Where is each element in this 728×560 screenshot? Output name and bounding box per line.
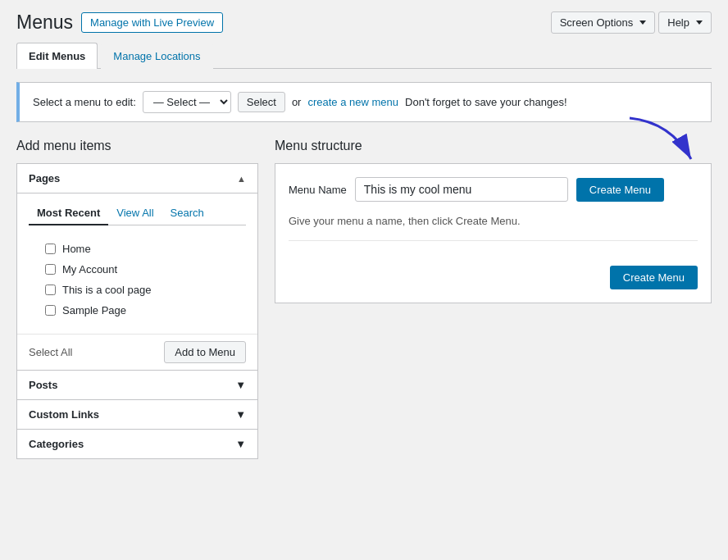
pages-accordion-footer: Select All Add to Menu xyxy=(17,334,257,370)
pages-accordion-label: Pages xyxy=(29,172,60,184)
menu-footer: Create Menu xyxy=(289,257,698,289)
pages-collapse-icon: ▲ xyxy=(237,174,246,184)
create-menu-bottom-button[interactable]: Create Menu xyxy=(610,266,698,289)
page-cool-label: This is a cool page xyxy=(62,284,151,296)
reminder-text: Don't forget to save your changes! xyxy=(405,96,567,108)
menu-select-dropdown[interactable]: — Select — xyxy=(143,91,231,113)
list-item: Home xyxy=(29,239,246,259)
arrow-annotation xyxy=(621,114,703,171)
menu-structure-box: Menu Name Create Menu Give your menu a n… xyxy=(275,163,712,303)
page-account-checkbox[interactable] xyxy=(45,264,56,275)
menu-name-label: Menu Name xyxy=(289,184,347,196)
pages-accordion-body: Most Recent View All Search Home My Acco… xyxy=(17,193,257,334)
or-text: or xyxy=(292,96,302,108)
page-account-label: My Account xyxy=(62,263,117,275)
posts-expand-icon: ▼ xyxy=(235,379,246,391)
live-preview-button[interactable]: Manage with Live Preview xyxy=(81,12,223,33)
page-cool-checkbox[interactable] xyxy=(45,285,56,295)
tab-edit-menus[interactable]: Edit Menus xyxy=(16,43,98,69)
pages-accordion: Pages ▲ Most Recent View All Search Home xyxy=(16,163,258,371)
nav-tabs: Edit Menus Manage Locations xyxy=(16,42,712,69)
select-menu-button[interactable]: Select xyxy=(238,92,285,112)
page-home-label: Home xyxy=(62,243,91,255)
pages-accordion-header[interactable]: Pages ▲ xyxy=(17,164,257,193)
custom-links-expand-icon: ▼ xyxy=(235,408,246,421)
pages-most-recent-tab[interactable]: Most Recent xyxy=(29,202,108,225)
page-title: Menus xyxy=(16,11,73,34)
menu-structure-panel: Menu structure Menu Name Create Menu xyxy=(275,139,712,303)
posts-accordion: Posts ▼ xyxy=(16,370,258,400)
help-button[interactable]: Help xyxy=(658,11,712,34)
create-new-menu-link[interactable]: create a new menu xyxy=(307,96,398,108)
pages-list: Home My Account This is a cool page xyxy=(29,234,246,326)
categories-accordion-label: Categories xyxy=(29,438,84,450)
menu-select-notice: Select a menu to edit: — Select — Select… xyxy=(16,82,712,122)
select-all-button[interactable]: Select All xyxy=(29,346,72,358)
menu-hint-text: Give your menu a name, then click Create… xyxy=(289,215,698,241)
page-sample-checkbox[interactable] xyxy=(45,305,56,316)
pages-sub-tabs: Most Recent View All Search xyxy=(29,202,246,225)
list-item: My Account xyxy=(29,259,246,280)
categories-accordion: Categories ▼ xyxy=(16,429,258,459)
screen-options-button[interactable]: Screen Options xyxy=(551,11,656,34)
create-menu-top-button[interactable]: Create Menu xyxy=(576,178,664,202)
add-menu-items-title: Add menu items xyxy=(16,139,258,153)
page-sample-label: Sample Page xyxy=(62,304,126,316)
tab-manage-locations[interactable]: Manage Locations xyxy=(101,43,212,69)
screen-options-label: Screen Options xyxy=(560,16,634,29)
posts-accordion-label: Posts xyxy=(29,379,57,391)
menu-name-row: Menu Name Create Menu xyxy=(289,177,698,202)
custom-links-accordion-header[interactable]: Custom Links ▼ xyxy=(17,400,257,429)
screen-options-chevron-icon xyxy=(639,20,646,25)
pages-view-all-tab[interactable]: View All xyxy=(108,202,162,225)
posts-accordion-header[interactable]: Posts ▼ xyxy=(17,371,257,399)
custom-links-accordion-label: Custom Links xyxy=(29,408,99,421)
help-chevron-icon xyxy=(696,20,703,25)
select-menu-label: Select a menu to edit: xyxy=(33,96,136,108)
custom-links-accordion: Custom Links ▼ xyxy=(16,399,258,430)
list-item: This is a cool page xyxy=(29,280,246,300)
menu-name-input[interactable] xyxy=(355,177,568,202)
add-to-menu-button[interactable]: Add to Menu xyxy=(164,341,246,363)
pages-search-tab[interactable]: Search xyxy=(162,202,212,225)
add-menu-items-panel: Add menu items Pages ▲ Most Recent View … xyxy=(16,139,258,459)
categories-expand-icon: ▼ xyxy=(235,438,246,450)
categories-accordion-header[interactable]: Categories ▼ xyxy=(17,430,257,458)
list-item: Sample Page xyxy=(29,300,246,321)
page-home-checkbox[interactable] xyxy=(45,244,56,254)
help-label: Help xyxy=(667,16,689,29)
